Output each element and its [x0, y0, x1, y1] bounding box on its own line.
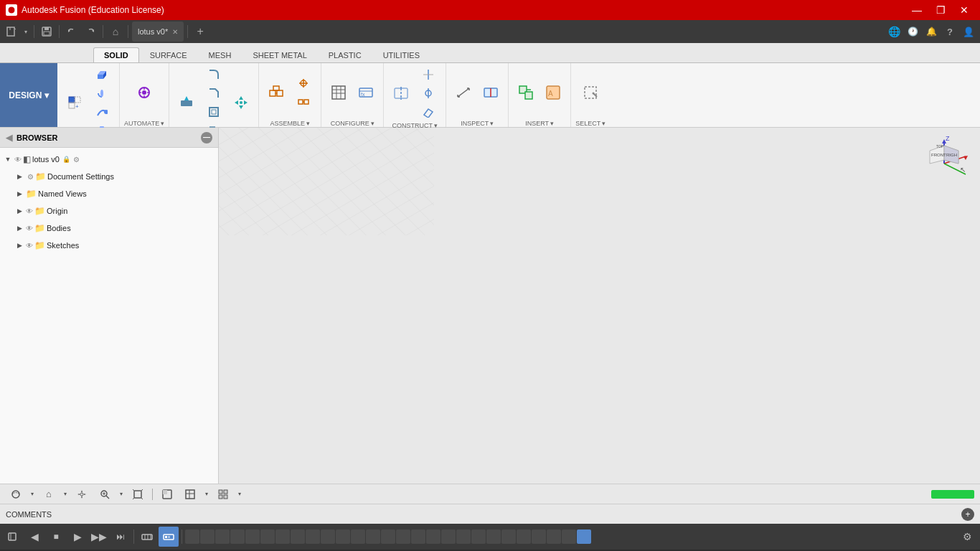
tab-mesh[interactable]: MESH — [198, 47, 242, 62]
tl-btn-21[interactable] — [486, 529, 501, 544]
timeline-keyframe-btn[interactable] — [3, 527, 23, 547]
undo-icon[interactable] — [63, 23, 80, 40]
browser-collapse-icon[interactable]: ◀ — [6, 133, 12, 143]
expand-root[interactable]: ▼ — [3, 154, 13, 164]
doc-tab[interactable]: lotus v0* ✕ — [132, 22, 184, 42]
revolve-btn[interactable] — [89, 85, 115, 102]
browser-options-icon[interactable]: — — [201, 132, 212, 143]
dropdown-grid-icon[interactable]: ▾ — [203, 484, 210, 504]
root-vis-toggle[interactable]: 👁 — [14, 156, 22, 164]
redo-icon[interactable] — [82, 23, 99, 40]
doc-settings-gear-icon[interactable]: ⚙ — [27, 173, 34, 181]
change-params-btn[interactable]: fx — [353, 75, 379, 110]
tl-btn-8[interactable] — [291, 529, 305, 544]
tab-surface[interactable]: SURFACE — [139, 47, 198, 62]
move-btn[interactable] — [228, 85, 254, 121]
new-component-btn[interactable] — [263, 75, 289, 110]
root-settings-icon[interactable]: ⚙ — [73, 156, 80, 164]
joint-btn[interactable] — [291, 75, 316, 92]
tl-btn-4[interactable] — [230, 529, 245, 544]
tl-btn-23[interactable] — [517, 529, 531, 544]
sketches-eye-icon[interactable]: 👁 — [26, 242, 33, 250]
tl-btn-20[interactable] — [471, 529, 486, 544]
tl-btn-25[interactable] — [547, 529, 561, 544]
fit-view-icon[interactable] — [128, 484, 148, 504]
globe-icon[interactable]: 🌐 — [885, 23, 903, 40]
tl-btn-19[interactable] — [456, 529, 471, 544]
timeline-next-btn[interactable]: ▶▶ — [89, 527, 109, 547]
origin-eye-icon[interactable]: 👁 — [26, 207, 33, 215]
doc-close-icon[interactable]: ✕ — [172, 28, 178, 36]
tl-btn-5[interactable] — [245, 529, 260, 544]
fillet-btn[interactable] — [201, 66, 227, 83]
add-comment-icon[interactable]: + — [961, 508, 974, 521]
timeline-active-tool-icon[interactable] — [159, 527, 179, 547]
viewport[interactable]: Z FRONT RIGH TOP — [219, 128, 980, 484]
tl-btn-14[interactable] — [381, 529, 395, 544]
axis-thru-btn[interactable] — [415, 85, 441, 102]
tl-btn-26[interactable] — [562, 529, 576, 544]
grid2-icon[interactable] — [213, 484, 233, 504]
home-view-icon[interactable]: ⌂ — [39, 484, 59, 504]
view-cube[interactable]: Z FRONT RIGH TOP — [915, 135, 973, 192]
timeline-stop-btn[interactable]: ■ — [46, 527, 66, 547]
select-label[interactable]: SELECT ▾ — [575, 120, 606, 127]
tab-utilities[interactable]: UTILITIES — [372, 47, 430, 62]
shell-btn[interactable] — [201, 103, 227, 121]
maximize-button[interactable]: ❐ — [930, 3, 951, 17]
tl-btn-1[interactable] — [185, 529, 199, 544]
design-button[interactable]: DESIGN ▾ — [0, 63, 57, 127]
expand-named-views[interactable]: ▶ — [14, 189, 24, 199]
create-new-body-btn[interactable]: + — [62, 85, 88, 121]
decal-btn[interactable]: A — [540, 75, 566, 110]
tl-btn-2[interactable] — [200, 529, 215, 544]
tree-item-origin[interactable]: ▶ 👁 📁 Origin — [0, 202, 218, 220]
press-pull-btn[interactable] — [174, 85, 199, 121]
insert-label[interactable]: INSERT ▾ — [525, 120, 554, 127]
section-analysis-btn[interactable] — [478, 75, 504, 110]
bell-icon[interactable]: 🔔 — [923, 23, 940, 40]
orbit-tool-icon[interactable] — [6, 484, 26, 504]
tree-item-named-views[interactable]: ▶ 📁 Named Views — [0, 185, 218, 202]
dropdown-grid2-icon[interactable]: ▾ — [236, 484, 243, 504]
tree-item-bodies[interactable]: ▶ 👁 📁 Bodies — [0, 220, 218, 237]
rigid-group-btn[interactable] — [291, 93, 316, 110]
tl-btn-7[interactable] — [275, 529, 290, 544]
tree-item-doc-settings[interactable]: ▶ ⚙ 📁 Document Settings — [0, 168, 218, 185]
help-icon[interactable]: ? — [941, 23, 958, 40]
axis-perp-btn[interactable] — [415, 66, 441, 83]
tl-btn-17[interactable] — [426, 529, 440, 544]
pan-tool-icon[interactable] — [72, 484, 92, 504]
automate-label[interactable]: AUTOMATE ▾ — [124, 120, 164, 127]
tab-sheet-metal[interactable]: SHEET METAL — [242, 47, 317, 62]
timeline-prev-btn[interactable]: ◀ — [24, 527, 44, 547]
home-icon[interactable]: ⌂ — [107, 23, 124, 40]
tl-btn-16[interactable] — [411, 529, 425, 544]
tl-btn-13[interactable] — [366, 529, 380, 544]
configure-table-btn[interactable] — [326, 75, 352, 110]
tab-solid[interactable]: SOLID — [93, 47, 139, 62]
tl-btn-18[interactable] — [441, 529, 456, 544]
save-icon[interactable] — [38, 23, 55, 40]
grid-toggle-icon[interactable] — [180, 484, 200, 504]
select-box-btn[interactable] — [578, 75, 603, 110]
expand-bodies[interactable]: ▶ — [14, 223, 24, 233]
midplane-btn[interactable] — [388, 75, 414, 111]
insert-derive-btn[interactable] — [513, 75, 539, 110]
plane-at-angle-btn[interactable] — [415, 103, 441, 121]
measure-btn[interactable] — [451, 75, 476, 110]
tl-btn-12[interactable] — [351, 529, 365, 544]
add-tab-icon[interactable]: + — [192, 23, 209, 40]
new-dropdown-icon[interactable]: ▾ — [22, 23, 30, 40]
user-icon[interactable]: 👤 — [960, 23, 977, 40]
inspect-label[interactable]: INSPECT ▾ — [461, 120, 494, 127]
assemble-label[interactable]: ASSEMBLE ▾ — [270, 120, 310, 127]
timeline-add-frame-icon[interactable] — [137, 527, 157, 547]
timeline-settings-icon[interactable]: ⚙ — [957, 527, 977, 547]
chamfer-btn[interactable] — [201, 85, 227, 102]
tl-btn-22[interactable] — [501, 529, 516, 544]
tab-plastic[interactable]: PLASTIC — [318, 47, 372, 62]
new-icon[interactable] — [3, 23, 20, 40]
extrude-btn[interactable] — [89, 66, 115, 83]
tl-btn-9[interactable] — [306, 529, 320, 544]
